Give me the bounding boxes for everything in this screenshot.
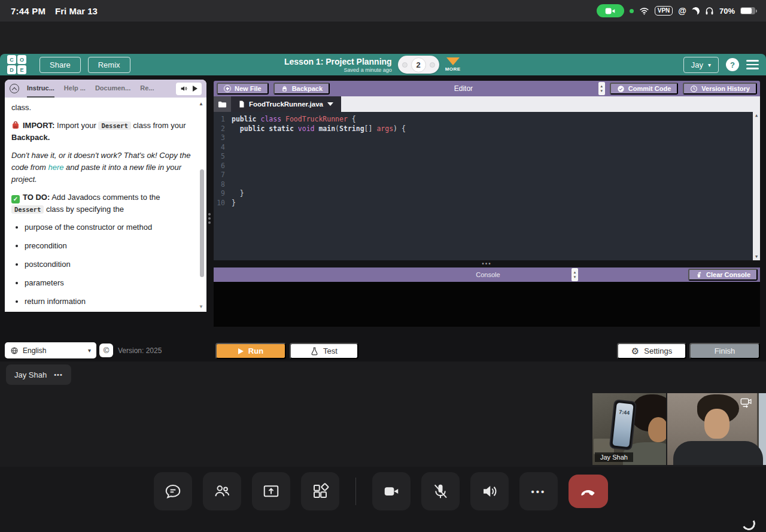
finish-button[interactable]: Finish bbox=[689, 343, 760, 359]
step-dot-next[interactable] bbox=[430, 62, 435, 68]
control-divider bbox=[355, 478, 356, 505]
line-number: 9 bbox=[214, 189, 232, 199]
logo-letter: O bbox=[17, 55, 26, 64]
here-link[interactable]: here bbox=[48, 163, 63, 172]
instructions-tab[interactable]: Instruc... bbox=[27, 80, 54, 98]
editor-scrollbar[interactable]: ▲▼ bbox=[753, 112, 760, 260]
code-line: 5 bbox=[214, 152, 760, 162]
hamburger-menu-icon[interactable] bbox=[746, 60, 759, 69]
new-file-button[interactable]: New File bbox=[217, 83, 269, 95]
lesson-info: Lesson 1: Project Planning Saved a minut… bbox=[284, 57, 392, 73]
scroll-up-arrow[interactable]: ▲ bbox=[199, 101, 203, 107]
code-line: 4 bbox=[214, 143, 760, 153]
file-tab-caret-icon[interactable] bbox=[327, 102, 333, 106]
lesson-header-group: Lesson 1: Project Planning Saved a minut… bbox=[284, 56, 461, 74]
presenter-name: Jay Shah bbox=[14, 370, 47, 379]
settings-button[interactable]: ⚙ Settings bbox=[617, 343, 686, 359]
file-tab[interactable]: FoodTruckRunner.java bbox=[231, 96, 341, 112]
speaker-icon bbox=[180, 85, 188, 92]
help-button[interactable]: ? bbox=[726, 58, 739, 71]
gear-icon: ⚙ bbox=[631, 346, 639, 355]
current-step-number[interactable]: 2 bbox=[411, 57, 426, 72]
language-select[interactable]: English ▾ bbox=[5, 342, 96, 358]
code-line: 3 bbox=[214, 133, 760, 143]
backpack-button[interactable]: Backpack bbox=[273, 83, 330, 95]
flip-camera-icon[interactable] bbox=[740, 397, 753, 409]
read-aloud-controls[interactable] bbox=[176, 83, 202, 95]
test-button[interactable]: Test bbox=[290, 343, 358, 359]
participants-button[interactable] bbox=[203, 472, 241, 510]
editor-mini-scrollbar[interactable]: ▲▼ bbox=[598, 82, 605, 95]
chat-button[interactable] bbox=[154, 472, 192, 510]
battery-percent: 70% bbox=[719, 7, 735, 16]
code-logo[interactable]: C O D E bbox=[7, 55, 26, 74]
speaker-button[interactable] bbox=[470, 472, 509, 510]
people-icon bbox=[213, 482, 231, 500]
chat-icon bbox=[164, 482, 182, 500]
step-dot-previous[interactable] bbox=[402, 62, 408, 68]
video-tile-jay[interactable]: 7:44 Jay Shah bbox=[592, 393, 666, 465]
console-resize-handle[interactable]: ••• bbox=[214, 260, 760, 267]
instructions-tabs: Instruc...Help ...Documen...Re... bbox=[27, 80, 154, 98]
speaker-icon bbox=[481, 482, 498, 500]
mic-muted-button[interactable] bbox=[421, 472, 460, 510]
instructions-tab[interactable]: Re... bbox=[140, 80, 154, 98]
share-screen-button[interactable] bbox=[252, 472, 290, 510]
video-tile-self[interactable] bbox=[667, 393, 766, 465]
requirement-item: parameters bbox=[25, 277, 192, 289]
clear-console-button[interactable]: Clear Console bbox=[688, 269, 758, 281]
participant-face bbox=[648, 417, 666, 442]
play-audio-icon[interactable] bbox=[193, 86, 197, 92]
presenter-name-chip[interactable]: Jay Shah ••• bbox=[6, 364, 71, 385]
code-line: 6 bbox=[214, 162, 760, 171]
share-button[interactable]: Share bbox=[39, 57, 81, 73]
code-line: 9 } bbox=[214, 189, 760, 199]
instructions-tab[interactable]: Help ... bbox=[64, 80, 86, 98]
import-paragraph: IMPORT: Import your Dessert class from y… bbox=[11, 120, 192, 144]
copyright-button[interactable]: © bbox=[99, 343, 113, 357]
screen-recording-video-pill[interactable] bbox=[597, 4, 624, 17]
loading-spinner bbox=[741, 516, 757, 532]
console-mini-scrollbar[interactable]: ▲▼ bbox=[572, 268, 578, 281]
instructions-panel-header: Instruc...Help ...Documen...Re... bbox=[5, 80, 206, 98]
end-call-button[interactable] bbox=[569, 475, 608, 508]
status-bar: 7:44 PM Fri Mar 13 VPN @ 70% bbox=[0, 0, 766, 22]
instructions-tab[interactable]: Documen... bbox=[95, 80, 130, 98]
folder-icon bbox=[218, 101, 227, 108]
console-output[interactable] bbox=[214, 282, 760, 327]
line-number: 6 bbox=[214, 162, 232, 171]
participant-face bbox=[704, 409, 729, 439]
user-menu-button[interactable]: Jay ▾ bbox=[683, 57, 719, 73]
more-dots-icon: ••• bbox=[531, 487, 546, 497]
panel-resize-handle[interactable] bbox=[208, 213, 211, 224]
collapse-panel-icon[interactable] bbox=[10, 84, 19, 93]
line-number: 5 bbox=[214, 152, 232, 162]
remix-button[interactable]: Remix bbox=[88, 57, 130, 73]
version-history-button[interactable]: Version History bbox=[683, 83, 757, 95]
camera-button[interactable] bbox=[372, 472, 411, 510]
commit-code-button[interactable]: Commit Code bbox=[610, 83, 679, 95]
line-number: 2 bbox=[214, 124, 232, 134]
requirements-list: purpose of the constructor or methodprec… bbox=[25, 221, 192, 308]
clock-date: Fri Mar 13 bbox=[55, 6, 98, 16]
headphones-icon bbox=[705, 7, 714, 15]
presenter-menu-dots[interactable]: ••• bbox=[54, 371, 63, 378]
more-options-button[interactable]: ••• bbox=[519, 472, 558, 510]
chevron-down-icon: ▾ bbox=[88, 347, 91, 354]
editor-tab-bar: FoodTruckRunner.java bbox=[214, 96, 760, 112]
call-controls: ••• bbox=[154, 472, 608, 510]
panel-scrollbar-thumb[interactable] bbox=[200, 169, 204, 277]
lesson-title: Lesson 1: Project Planning bbox=[284, 57, 392, 66]
apps-button[interactable] bbox=[301, 472, 339, 510]
logo-letter: D bbox=[7, 65, 16, 74]
run-button[interactable]: Run bbox=[215, 343, 286, 359]
line-number: 1 bbox=[214, 115, 232, 124]
more-menu[interactable]: MORE bbox=[445, 57, 461, 72]
file-tree-button[interactable] bbox=[214, 96, 231, 112]
requirement-item: purpose of the constructor or method bbox=[25, 221, 192, 233]
lesson-progress-stepper[interactable]: 2 bbox=[398, 56, 439, 74]
code-editor[interactable]: 1public class FoodTruckRunner {2 public … bbox=[214, 112, 760, 260]
scroll-down-arrow[interactable]: ▼ bbox=[199, 304, 203, 309]
ipad-screen: 7:44 PM Fri Mar 13 VPN @ 70% C O D E Sha… bbox=[0, 0, 766, 532]
version-text: Version: 2025 bbox=[118, 346, 162, 355]
